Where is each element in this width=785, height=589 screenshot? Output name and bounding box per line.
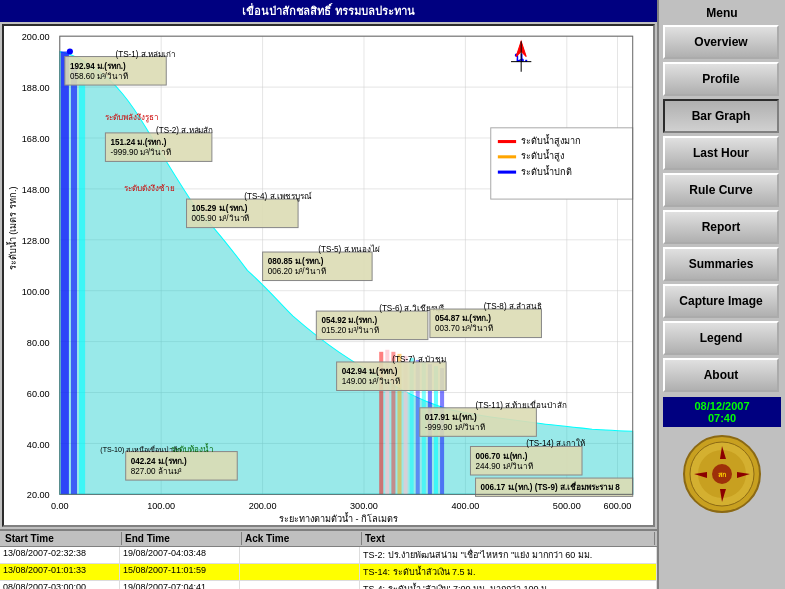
svg-text:054.87  ม.(รทก.): 054.87 ม.(รทก.) xyxy=(435,314,491,323)
svg-text:(TS-7) ส.บัวชุม: (TS-7) ส.บัวชุม xyxy=(392,355,445,364)
cell-ack xyxy=(240,581,360,589)
cell-text: TS-4: ระดับน้ำ 'สัวเงิน' 7:00 มม. มากกว่… xyxy=(360,581,657,589)
svg-text:(TS-10) ส.เหนือเขื่อนป่าสัก: (TS-10) ส.เหนือเขื่อนป่าสัก xyxy=(100,445,181,454)
svg-text:(TS-5) ส.หนองไผ่: (TS-5) ส.หนองไผ่ xyxy=(318,244,379,254)
svg-rect-38 xyxy=(71,67,77,495)
chart-svg: 200.00 188.00 168.00 148.00 128.00 100.0… xyxy=(4,26,653,525)
svg-text:60.00: 60.00 xyxy=(27,389,50,399)
svg-text:015.20  ม³/วินาที: 015.20 ม³/วินาที xyxy=(321,326,379,335)
bottom-panel: Start Time End Time Ack Time Text 13/08/… xyxy=(0,529,657,589)
cell-ack xyxy=(240,564,360,580)
profile-button[interactable]: Profile xyxy=(663,62,779,96)
svg-text:148.00: 148.00 xyxy=(22,185,50,195)
svg-text:003.70  ม³/วินาที: 003.70 ม³/วินาที xyxy=(435,324,493,333)
svg-text:400.00: 400.00 xyxy=(451,501,479,511)
time-display: 07:40 xyxy=(665,412,779,424)
svg-text:40.00: 40.00 xyxy=(27,439,50,449)
svg-text:006.70  ม.(ทก.): 006.70 ม.(ทก.) xyxy=(476,452,528,461)
svg-text:600.00: 600.00 xyxy=(604,501,632,511)
report-button[interactable]: Report xyxy=(663,210,779,244)
cell-text: TS-14: ระดับน้ำสัวเงิน 7.5 ม. xyxy=(360,564,657,580)
svg-text:100.00: 100.00 xyxy=(147,501,175,511)
about-button[interactable]: About xyxy=(663,358,779,392)
svg-text:(TS-11) ส.ท้ายเขื่อนป่าสัก: (TS-11) ส.ท้ายเขื่อนป่าสัก xyxy=(476,399,568,410)
chart-area: 200.00 188.00 168.00 148.00 128.00 100.0… xyxy=(2,24,655,527)
svg-text:151.24  ม.(รทก.): 151.24 ม.(รทก.) xyxy=(110,138,166,147)
datetime-box: 08/12/2007 07:40 xyxy=(663,397,781,427)
svg-text:20.00: 20.00 xyxy=(27,490,50,500)
cell-start: 08/08/2007-03:00:00 xyxy=(0,581,120,589)
col-text: Text xyxy=(362,532,655,545)
cell-start: 13/08/2007-02:32:38 xyxy=(0,547,120,563)
table-header: Start Time End Time Ack Time Text xyxy=(0,531,657,547)
overview-button[interactable]: Overview xyxy=(663,25,779,59)
table-row[interactable]: 13/08/2007-02:32:38 19/08/2007-04:03:48 … xyxy=(0,547,657,564)
svg-rect-39 xyxy=(79,82,85,494)
table-body[interactable]: 13/08/2007-02:32:38 19/08/2007-04:03:48 … xyxy=(0,547,657,589)
svg-text:0.00: 0.00 xyxy=(51,501,69,511)
svg-text:(TS-1) ส.หล่มเก่า: (TS-1) ส.หล่มเก่า xyxy=(116,50,176,59)
date-display: 08/12/2007 xyxy=(665,400,779,412)
svg-text:006.17  ม.(ทก.)  (TS-9) ส.เชื่: 006.17 ม.(ทก.) (TS-9) ส.เชื่อมพระราม 8 xyxy=(481,481,621,492)
table-row[interactable]: 08/08/2007-03:00:00 19/08/2007-07:04:41 … xyxy=(0,581,657,589)
cell-end: 15/08/2007-11:01:59 xyxy=(120,564,240,580)
table-row[interactable]: 13/08/2007-01:01:33 15/08/2007-11:01:59 … xyxy=(0,564,657,581)
svg-text:058.60  ม³/วินาที: 058.60 ม³/วินาที xyxy=(70,72,128,81)
svg-text:200.00: 200.00 xyxy=(249,501,277,511)
svg-text:128.00: 128.00 xyxy=(22,236,50,246)
svg-text:006.20  ม³/วินาที: 006.20 ม³/วินาที xyxy=(268,267,326,276)
last-hour-button[interactable]: Last Hour xyxy=(663,136,779,170)
svg-rect-54 xyxy=(498,155,516,158)
svg-text:192.94  ม.(รทก.): 192.94 ม.(รทก.) xyxy=(70,62,126,71)
svg-text:ระดับดังงึงซ้าย: ระดับดังงึงซ้าย xyxy=(124,184,175,193)
svg-text:149.00  ม³/วินาที: 149.00 ม³/วินาที xyxy=(342,377,400,386)
cell-text: TS-2: ปร.ง่ายพัฒนสน่าม ''เชื่อ''ไหหรก ''… xyxy=(360,547,657,563)
svg-text:105.29  ม.(รทก.): 105.29 ม.(รทก.) xyxy=(192,204,248,213)
svg-text:ระดับน้ำสูงมาก: ระดับน้ำสูงมาก xyxy=(521,133,581,147)
svg-text:ระดับท้องน้ำ: ระดับท้องน้ำ xyxy=(171,443,214,454)
svg-text:(TS-14) ส.เกาให้: (TS-14) ส.เกาให้ xyxy=(526,438,585,448)
col-ack-time: Ack Time xyxy=(242,532,362,545)
menu-label: Menu xyxy=(663,4,781,22)
app-title: เขื่อนป่าสักชลสิทธิ์ ทรรมบลประทาน xyxy=(242,5,414,17)
svg-text:080.85  ม.(รทก.): 080.85 ม.(รทก.) xyxy=(268,257,324,266)
right-sidebar: Menu Overview Profile Bar Graph Last Hou… xyxy=(657,0,785,589)
svg-text:200.00: 200.00 xyxy=(22,32,50,42)
svg-text:-999.90  ม³/วินาที: -999.90 ม³/วินาที xyxy=(425,423,486,432)
svg-text:-999.90  ม³/วินาที: -999.90 ม³/วินาที xyxy=(110,148,171,157)
svg-text:(TS-2) ส.หล่มสัก: (TS-2) ส.หล่มสัก xyxy=(156,126,213,135)
cell-ack xyxy=(240,547,360,563)
svg-text:(TS-4) ส.เพชรบูรณ์: (TS-4) ส.เพชรบูรณ์ xyxy=(244,191,311,202)
svg-text:042.24  ม.(รทก.): 042.24 ม.(รทก.) xyxy=(131,457,187,466)
svg-text:827.00  ล้านม³: 827.00 ล้านม³ xyxy=(131,467,182,476)
svg-text:017.91  ม.(ทก.): 017.91 ม.(ทก.) xyxy=(425,413,477,422)
main-container: เขื่อนป่าสักชลสิทธิ์ ทรรมบลประทาน xyxy=(0,0,785,589)
svg-text:500.00: 500.00 xyxy=(553,501,581,511)
svg-rect-37 xyxy=(61,51,69,494)
col-start-time: Start Time xyxy=(2,532,122,545)
left-panel: เขื่อนป่าสักชลสิทธิ์ ทรรมบลประทาน xyxy=(0,0,657,589)
svg-text:168.00: 168.00 xyxy=(22,134,50,144)
svg-text:ระดับพลังงึงรูธา: ระดับพลังงึงรูธา xyxy=(105,113,159,123)
bar-graph-button[interactable]: Bar Graph xyxy=(663,99,779,133)
legend-button[interactable]: Legend xyxy=(663,321,779,355)
svg-text:244.90  ม³/วินาที: 244.90 ม³/วินาที xyxy=(476,462,534,471)
cell-end: 19/08/2007-04:03:48 xyxy=(120,547,240,563)
cell-start: 13/08/2007-01:01:33 xyxy=(0,564,120,580)
cell-end: 19/08/2007-07:04:41 xyxy=(120,581,240,589)
svg-rect-56 xyxy=(498,171,516,174)
svg-text:ระดับน้ำสูง: ระดับน้ำสูง xyxy=(521,148,564,162)
emblem: สก xyxy=(682,434,762,514)
svg-point-66 xyxy=(67,48,73,54)
svg-rect-52 xyxy=(498,140,516,143)
rule-curve-button[interactable]: Rule Curve xyxy=(663,173,779,207)
capture-image-button[interactable]: Capture Image xyxy=(663,284,779,318)
summaries-button[interactable]: Summaries xyxy=(663,247,779,281)
svg-text:สก: สก xyxy=(718,471,726,478)
svg-text:188.00: 188.00 xyxy=(22,83,50,93)
title-bar: เขื่อนป่าสักชลสิทธิ์ ทรรมบลประทาน xyxy=(0,0,657,22)
svg-text:005.90  ม³/วินาที: 005.90 ม³/วินาที xyxy=(192,214,250,223)
svg-text:300.00: 300.00 xyxy=(350,501,378,511)
svg-text:100.00: 100.00 xyxy=(22,287,50,297)
svg-text:80.00: 80.00 xyxy=(27,338,50,348)
